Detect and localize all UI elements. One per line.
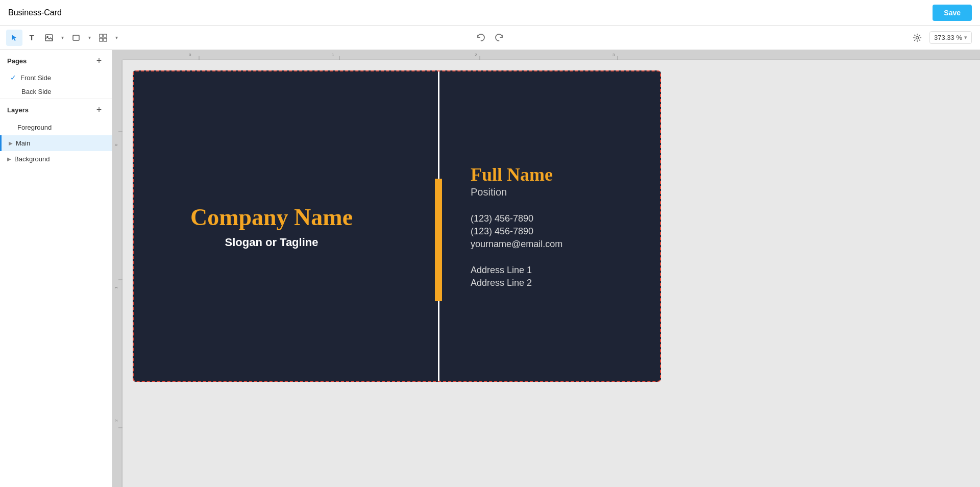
shape-tool-button[interactable] [68, 30, 84, 46]
svg-text:0: 0 [114, 143, 118, 146]
svg-text:2: 2 [475, 53, 477, 57]
grid-tool-dropdown[interactable]: ▾ [112, 33, 121, 42]
pages-label: Pages [7, 57, 27, 65]
add-layer-button[interactable]: + [93, 104, 105, 115]
svg-rect-3 [100, 34, 103, 37]
svg-rect-6 [104, 38, 107, 41]
slogan-text: Slogan or Tagline [225, 236, 318, 249]
contact-info: (123) 456-7890 (123) 456-7890 yourname@e… [471, 213, 645, 250]
full-name-text: Full Name [471, 164, 645, 185]
check-icon: ✓ [10, 74, 16, 82]
zoom-chevron-icon: ▾ [964, 34, 967, 41]
card-left-section: Company Name Slogan or Tagline [134, 71, 409, 381]
main-layout: Pages + ✓ Front Side Back Side Layers + … [0, 50, 980, 487]
divider-bot [438, 301, 439, 381]
toolbar-right: 373.33 % ▾ [909, 30, 972, 46]
app-title: Business-Card [8, 8, 62, 17]
zoom-value: 373.33 % [934, 34, 962, 41]
card-right-section: Full Name Position (123) 456-7890 (123) … [460, 71, 660, 381]
image-tool-button[interactable] [41, 30, 57, 46]
undo-button[interactable] [473, 30, 489, 46]
grid-tool-button[interactable] [95, 30, 111, 46]
phone1-text: (123) 456-7890 [471, 213, 645, 224]
divider-mid [435, 179, 442, 301]
canvas-inner: Company Name Slogan or Tagline Full Name… [122, 60, 980, 487]
canvas-area[interactable]: 0 1 2 3 0 1 2 [112, 50, 980, 487]
pages-section-header: Pages + [0, 50, 112, 70]
image-tool-dropdown[interactable]: ▾ [58, 33, 67, 42]
layer-foreground-label: Foreground [17, 124, 52, 131]
layers-section-header: Layers + [0, 99, 112, 119]
svg-rect-5 [100, 38, 103, 41]
svg-text:3: 3 [612, 53, 615, 57]
grid-tool-group: ▾ [95, 30, 121, 46]
shape-tool-dropdown[interactable]: ▾ [85, 33, 94, 42]
svg-text:1: 1 [114, 286, 118, 289]
ruler-corner [112, 50, 122, 60]
svg-text:2: 2 [114, 419, 118, 422]
save-button[interactable]: Save [933, 5, 972, 21]
address1-text: Address Line 1 [471, 265, 645, 276]
page-item-front[interactable]: ✓ Front Side [0, 70, 112, 85]
ruler-left: 0 1 2 [112, 60, 122, 487]
layer-main-label: Main [16, 139, 30, 147]
company-name-text: Company Name [190, 204, 353, 231]
svg-rect-2 [73, 35, 79, 40]
shape-tool-group: ▾ [68, 30, 94, 46]
business-card[interactable]: Company Name Slogan or Tagline Full Name… [133, 70, 661, 382]
divider-top [438, 71, 439, 179]
layer-item-main[interactable]: ▶ Main [0, 135, 112, 151]
zoom-control[interactable]: 373.33 % ▾ [929, 31, 972, 44]
page-item-back[interactable]: Back Side [0, 85, 112, 99]
address2-text: Address Line 2 [471, 278, 645, 288]
svg-point-7 [916, 36, 919, 39]
address-info: Address Line 1 Address Line 2 [471, 265, 645, 288]
expand-icon-main: ▶ [9, 140, 13, 146]
layer-item-foreground[interactable]: Foreground [0, 119, 112, 135]
select-tool-button[interactable] [6, 30, 22, 46]
svg-text:1: 1 [332, 53, 334, 57]
layer-background-label: Background [14, 155, 50, 163]
page-back-label: Back Side [21, 88, 52, 95]
ruler-top: 0 1 2 3 [122, 50, 980, 60]
toolbar-center [473, 30, 507, 46]
top-bar: Business-Card Save [0, 0, 980, 26]
sidebar: Pages + ✓ Front Side Back Side Layers + … [0, 50, 112, 487]
toolbar-tools: T ▾ ▾ [6, 30, 121, 46]
expand-icon-background: ▶ [7, 156, 11, 162]
add-page-button[interactable]: + [93, 55, 105, 66]
text-tool-button[interactable]: T [23, 30, 40, 46]
layers-label: Layers [7, 106, 29, 114]
svg-text:0: 0 [189, 53, 191, 57]
layers-section: Layers + Foreground ▶ Main ▶ Background [0, 99, 112, 167]
toolbar: T ▾ ▾ [0, 26, 980, 50]
settings-button[interactable] [909, 30, 925, 46]
position-text: Position [471, 186, 645, 198]
phone2-text: (123) 456-7890 [471, 226, 645, 237]
card-divider [435, 71, 442, 381]
redo-button[interactable] [491, 30, 507, 46]
image-tool-group: ▾ [41, 30, 67, 46]
svg-rect-4 [104, 34, 107, 37]
email-text: yourname@email.com [471, 239, 645, 250]
layer-item-background[interactable]: ▶ Background [0, 151, 112, 167]
page-front-label: Front Side [20, 74, 51, 82]
